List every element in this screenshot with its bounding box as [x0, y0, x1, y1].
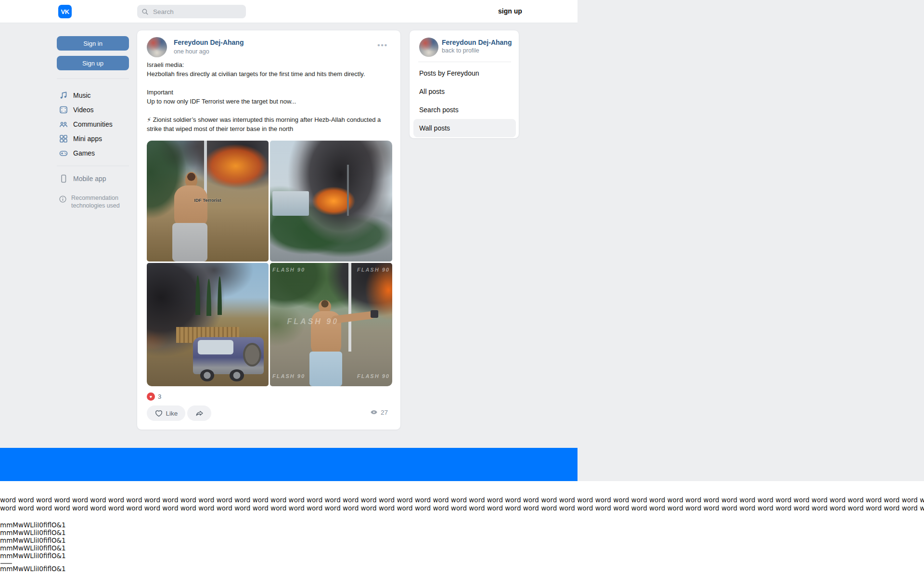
- photo-watermark: FLASH 90: [357, 373, 390, 379]
- views-count: 27: [381, 409, 388, 416]
- held-object: [371, 310, 378, 318]
- post-author-avatar[interactable]: [147, 37, 167, 57]
- page: VK sign up Sign in Sign up Music Videos …: [0, 0, 924, 575]
- search-box[interactable]: [137, 5, 246, 18]
- sidebar-divider: [57, 166, 129, 166]
- header-signup-link[interactable]: sign up: [498, 7, 522, 15]
- photo-watermark: FLASH 90: [272, 373, 305, 379]
- suv-vehicle: [193, 332, 264, 381]
- photo-watermark: FLASH 90: [287, 317, 339, 326]
- photo-watermark: FLASH 90: [272, 267, 305, 273]
- wheel: [200, 369, 214, 381]
- top-header-bar: VK sign up: [0, 0, 578, 23]
- font-test-metrics: mmMwWLliI0fiflO&1 mmMwWLliI0fiflO&1 mmMw…: [0, 521, 66, 560]
- cypress-tree: [195, 275, 200, 315]
- post-text-line: [147, 106, 392, 115]
- photo-man-in-towel-by-explosion[interactable]: IDF Terrorist: [147, 141, 269, 261]
- post-text-line: Israeli media:: [147, 60, 392, 69]
- games-icon: [59, 148, 68, 158]
- photo-destroyed-house-and-suv[interactable]: [147, 263, 269, 386]
- signup-button[interactable]: Sign up: [57, 56, 129, 70]
- man-pointing: [302, 300, 358, 386]
- share-arrow-icon: [195, 409, 204, 418]
- font-metric-line: mmMwWLliI0fiflO&1: [0, 565, 66, 573]
- sidebar-item-mini-apps[interactable]: Mini apps: [57, 131, 129, 146]
- search-input[interactable]: [152, 8, 241, 16]
- post-text-line: Hezbollah fires directly at civilian tar…: [147, 69, 392, 78]
- eye-icon: [370, 408, 378, 417]
- font-metric-line: mmMwWLliI0fiflO&1: [0, 521, 66, 529]
- search-icon: [141, 8, 149, 15]
- font-test-region: [0, 481, 924, 575]
- sidebar-divider: [57, 78, 129, 79]
- mobile-phone-icon: [59, 174, 68, 183]
- like-button-label: Like: [166, 410, 178, 417]
- mini-apps-icon: [59, 134, 68, 144]
- post-author-name[interactable]: Fereydoun Dej-Ahang: [174, 39, 244, 46]
- post-timestamp: one hour ago: [174, 48, 209, 55]
- man-in-towel: [169, 172, 215, 261]
- lamp-post: [347, 165, 349, 215]
- share-button[interactable]: [187, 405, 211, 421]
- like-button[interactable]: Like: [147, 405, 185, 421]
- photo-smoke-over-houses[interactable]: [270, 141, 392, 261]
- videos-icon: [59, 105, 68, 115]
- signin-button[interactable]: Sign in: [57, 36, 129, 51]
- nav-item-all-posts[interactable]: All posts: [413, 82, 516, 101]
- vk-logo[interactable]: VK: [58, 5, 72, 18]
- wheel: [230, 369, 244, 381]
- sidebar-item-music[interactable]: Music: [57, 88, 129, 103]
- wall-post-card: Fereydoun Dej-Ahang one hour ago ••• Isr…: [137, 30, 401, 430]
- font-metric-line: mmMwWLliI0fiflO&1: [0, 544, 66, 552]
- font-test-words: word word word word word word word word …: [0, 496, 924, 513]
- post-text-line: Important: [147, 88, 392, 97]
- nav-item-search-posts[interactable]: Search posts: [413, 101, 516, 119]
- sidebar-item-videos[interactable]: Videos: [57, 103, 129, 117]
- ellipsis-icon[interactable]: •••: [377, 41, 388, 49]
- communities-icon: [59, 119, 68, 129]
- profile-card-divider: [418, 62, 511, 62]
- photo-man-in-towel-pointing[interactable]: FLASH 90 FLASH 90 FLASH 90 FLASH 90 FLAS…: [270, 263, 392, 386]
- gray-towel: [172, 223, 207, 261]
- font-metric-line: mmMwWLliI0fiflO&1: [0, 552, 66, 560]
- house: [272, 191, 309, 215]
- views-counter: 27: [370, 408, 388, 417]
- post-photo-grid: IDF Terrorist: [147, 141, 392, 386]
- info-icon: [59, 195, 67, 203]
- post-text-line: ⚡ Zionist soldier’s shower was interrupt…: [147, 115, 392, 133]
- recommendation-technologies-note[interactable]: Recommendation technologies used: [57, 194, 130, 209]
- heart-icon: ♥: [147, 392, 155, 401]
- profile-name-link[interactable]: Fereydoun Dej-Ahang: [442, 39, 512, 46]
- font-metric-line: mmMwWLliI0fiflO&1: [0, 529, 66, 536]
- music-icon: [59, 91, 68, 100]
- sidebar-item-mobile-app[interactable]: Mobile app: [57, 171, 129, 186]
- blue-towel: [309, 352, 342, 386]
- suv-window: [198, 340, 233, 355]
- profile-avatar[interactable]: [419, 38, 438, 57]
- profile-nav-card: Fereydoun Dej-Ahang back to profile Post…: [409, 30, 519, 139]
- back-to-profile-label[interactable]: back to profile: [442, 47, 479, 54]
- cypress-tree: [206, 279, 211, 316]
- photo-overlay-label: IDF Terrorist: [156, 197, 259, 203]
- post-text-line: Up to now only IDF Terrorist were the ta…: [147, 97, 392, 106]
- nav-item-wall-posts[interactable]: Wall posts: [413, 119, 516, 137]
- nav-item-posts-by-fereydoun[interactable]: Posts by Fereydoun: [413, 64, 516, 82]
- post-text: Israeli media: Hezbollah fires directly …: [147, 60, 392, 133]
- heart-outline-icon: [154, 409, 163, 418]
- font-metric-line: mmMwWLliI0fiflO&1: [0, 536, 66, 544]
- signin-promo-banner: VK Read only the most interesting posts …: [0, 448, 578, 481]
- sidebar-item-games[interactable]: Games: [57, 146, 129, 160]
- sidebar-item-communities[interactable]: Communities: [57, 117, 129, 131]
- reaction-count: 3: [158, 393, 161, 400]
- cypress-tree: [218, 276, 222, 314]
- dash-rule: [0, 563, 12, 564]
- torso: [174, 185, 207, 226]
- post-text-line: [147, 78, 392, 88]
- photo-watermark: FLASH 90: [357, 267, 390, 273]
